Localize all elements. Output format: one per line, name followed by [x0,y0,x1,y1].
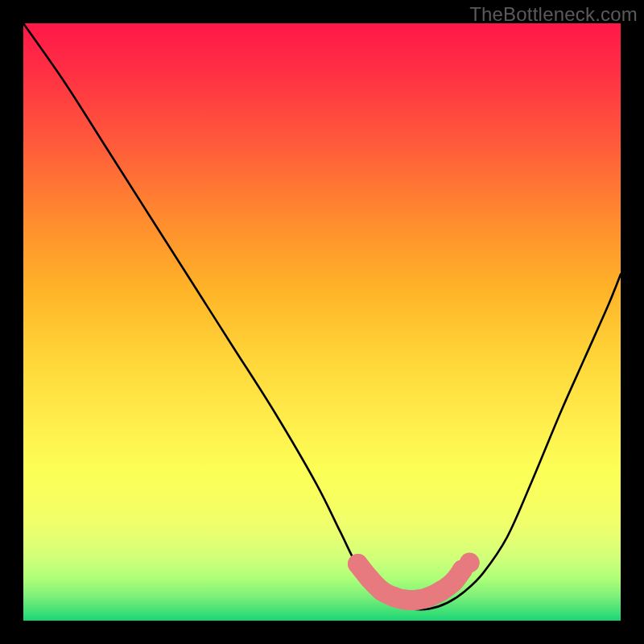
bottleneck-chart [23,23,621,621]
bottleneck-curve [23,23,621,609]
chart-plot-area [23,23,621,621]
optimal-band-dot [452,559,473,580]
chart-frame: TheBottleneck.com [0,0,644,644]
watermark-text: TheBottleneck.com [469,3,638,26]
